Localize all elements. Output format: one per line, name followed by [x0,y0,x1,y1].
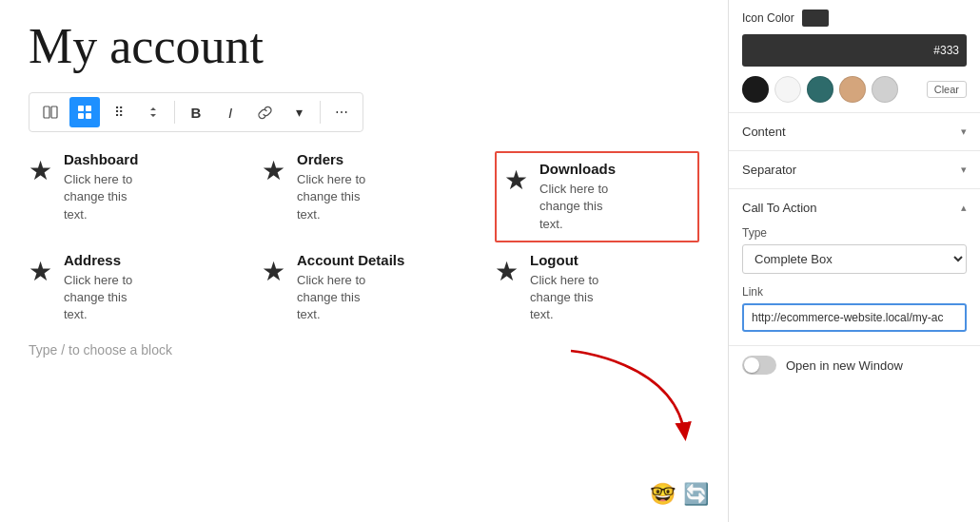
more-options-button[interactable]: ⋯ [326,97,357,127]
content-section-header[interactable]: Content ▾ [729,113,980,150]
cta-section-header[interactable]: Call To Action ▴ [729,189,980,226]
orders-title: Orders [297,151,365,167]
orders-text: Click here tochange thistext. [297,171,365,223]
icon-color-label: Icon Color [742,10,967,27]
content-chevron-icon: ▾ [961,126,967,138]
logout-text: Click here tochange thistext. [530,272,598,324]
type-select[interactable]: Complete Box Button Link None [742,244,967,274]
icon-color-section: Icon Color #333 Clear [729,0,980,113]
toggle-knob [744,358,759,373]
content-area: My account ⠿ B I [0,0,728,522]
dashboard-content: Dashboard Click here tochange thistext. [64,151,138,223]
svg-rect-1 [51,106,57,118]
block-hint: Type / to choose a block [29,342,699,358]
logout-title: Logout [530,252,598,268]
swatch-light-gray[interactable] [872,76,898,103]
call-to-action-section: Call To Action ▴ Type Complete Box Butto… [729,189,980,346]
downloads-content: Downloads Click here tochange thistext. [539,161,616,233]
separator-section: Separator ▾ [729,151,980,189]
account-grid: ★ Dashboard Click here tochange thistext… [29,151,699,323]
color-hex-bar[interactable]: #333 [742,34,967,67]
star-icon-dashboard: ★ [29,155,52,186]
account-details-title: Account Details [297,252,404,268]
swatch-white[interactable] [774,76,801,103]
svg-rect-3 [86,106,91,111]
star-icon-address: ★ [29,256,52,287]
account-item-downloads[interactable]: ★ Downloads Click here tochange thistext… [495,151,699,242]
toolbar-divider-2 [320,101,321,124]
clear-button[interactable]: Clear [927,81,967,98]
page-title: My account [29,19,699,73]
sidebar-toggle-button[interactable] [35,97,66,127]
link-label: Link [742,285,967,299]
separator-section-header[interactable]: Separator ▾ [729,151,980,188]
right-panel: Icon Color #333 Clear Content ▾ Separato… [728,0,980,522]
link-input[interactable] [742,303,967,332]
glasses-emoji: 🤓 [650,482,676,507]
star-icon-downloads: ★ [504,164,528,196]
account-item-dashboard[interactable]: ★ Dashboard Click here tochange thistext… [29,151,233,242]
grid-view-button[interactable] [69,97,100,127]
italic-button[interactable]: I [215,97,245,127]
reorder-button[interactable] [138,97,168,127]
account-details-text: Click here tochange thistext. [297,272,404,324]
swatch-teal[interactable] [807,76,833,103]
cta-section-body: Type Complete Box Button Link None Link [729,226,980,345]
orders-content: Orders Click here tochange thistext. [297,151,365,223]
star-icon-account-details: ★ [262,256,285,287]
star-icon-logout: ★ [495,256,519,287]
open-new-window-toggle[interactable] [742,356,776,375]
account-item-address[interactable]: ★ Address Click here tochange thistext. [29,252,233,324]
emoji-bar: 🤓 🔄 [650,482,709,507]
downloads-title: Downloads [539,161,616,177]
refresh-emoji: 🔄 [683,482,709,507]
toolbar-divider-1 [174,101,175,124]
account-details-content: Account Details Click here tochange this… [297,252,404,324]
account-item-account-details[interactable]: ★ Account Details Click here tochange th… [262,252,466,324]
star-icon-orders: ★ [262,155,285,186]
open-new-window-row: Open in new Window [729,346,980,384]
bold-button[interactable]: B [181,97,211,127]
separator-chevron-icon: ▾ [961,164,967,176]
type-label: Type [742,226,967,240]
svg-rect-4 [78,113,84,119]
cta-chevron-icon: ▴ [961,202,967,214]
address-text: Click here tochange thistext. [64,272,132,324]
link-button[interactable] [249,97,280,127]
logout-content: Logout Click here tochange thistext. [530,252,598,324]
color-preview-box [802,10,829,27]
address-title: Address [64,252,132,268]
address-content: Address Click here tochange thistext. [64,252,132,324]
toolbar: ⠿ B I ▾ ⋯ [29,92,363,132]
dashboard-title: Dashboard [64,151,138,167]
dashboard-text: Click here tochange thistext. [64,171,138,223]
red-arrow [561,341,704,465]
open-new-window-label: Open in new Window [786,358,903,373]
account-item-orders[interactable]: ★ Orders Click here tochange thistext. [262,151,466,242]
content-section: Content ▾ [729,113,980,151]
drag-handle-button[interactable]: ⠿ [104,97,134,127]
account-item-logout[interactable]: ★ Logout Click here tochange thistext. [495,252,699,324]
svg-rect-5 [86,113,91,119]
swatch-peach[interactable] [839,76,866,103]
color-swatches [742,76,898,103]
downloads-text: Click here tochange thistext. [539,181,616,233]
svg-rect-2 [78,106,84,111]
dropdown-arrow-button[interactable]: ▾ [284,97,314,127]
svg-rect-0 [44,106,49,118]
swatch-black[interactable] [742,76,769,103]
